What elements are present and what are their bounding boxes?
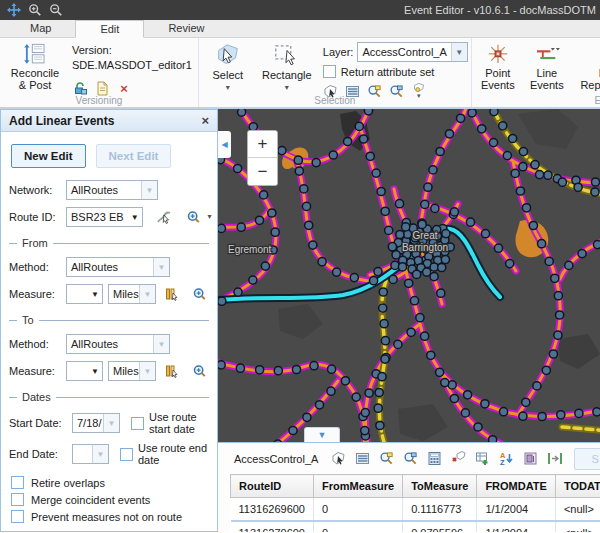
attribute-table-dock: AccessControl_A — [218, 442, 600, 532]
network-caret-icon: ▼ — [141, 181, 157, 199]
table-row[interactable]: 1131626960000.11167731/1/2004<null>N — [231, 498, 600, 522]
to-unit-caret-icon: ▼ — [139, 362, 155, 380]
to-zoom-icon[interactable] — [193, 363, 209, 379]
version-value: SDE.MASSDOT_editor1 — [72, 59, 192, 71]
merge-coincident-events-checkbox[interactable] — [11, 493, 24, 506]
new-edit-button[interactable]: New Edit — [11, 144, 86, 168]
prevent-measures-label: Prevent measures not on route — [31, 511, 182, 523]
to-method-value: AllRoutes — [67, 335, 153, 353]
rectangle-icon — [273, 43, 301, 67]
panel-title: Add Linear Events — [9, 114, 201, 128]
group-selection: Select ▾ Rectangle ▾ Layer: AccessContro… — [199, 38, 472, 107]
map-zoom-control: + − — [247, 130, 278, 186]
select-button[interactable]: Select ▾ — [205, 41, 251, 94]
event-replacement-button[interactable]: Event Replacement — [576, 41, 600, 94]
select-route-icon[interactable] — [156, 209, 172, 225]
use-route-start-date-checkbox[interactable] — [131, 417, 144, 430]
delete-version-icon[interactable]: × — [116, 80, 132, 96]
table-select-features-icon[interactable] — [331, 451, 346, 467]
layer-dropdown-caret-icon: ▼ — [451, 43, 467, 61]
point-events-label: Point Events — [480, 67, 516, 92]
panel-collapse-handle[interactable]: ◀ — [218, 131, 231, 158]
line-events-button[interactable]: Line Events — [526, 41, 568, 94]
network-label: Network: — [9, 184, 61, 196]
return-attribute-set-checkbox[interactable] — [323, 65, 336, 78]
col-routeid[interactable]: RouteID — [231, 475, 314, 498]
rectangle-label: Rectangle — [262, 69, 312, 82]
table-collapse-handle[interactable]: ▼ — [304, 427, 340, 442]
prevent-measures-checkbox[interactable] — [11, 510, 24, 523]
network-value: AllRoutes — [67, 181, 141, 199]
group-label-edit-events: Edit Events — [472, 95, 600, 106]
start-date-caret-icon: ▼ — [103, 414, 119, 432]
line-events-label: Line Events — [528, 67, 566, 92]
end-date-dropdown[interactable]: ▼ — [72, 444, 109, 464]
map-view[interactable]: Egremont Great Barrington + − ◀ ▼ — [218, 109, 600, 442]
map-label-great: Great — [412, 230, 437, 241]
col-todate[interactable]: TODATE — [555, 475, 600, 498]
to-pick-measure-icon[interactable] — [165, 363, 180, 379]
from-measure-dropdown[interactable]: ▼ — [66, 284, 103, 304]
from-unit-dropdown[interactable]: Miles ▼ — [108, 284, 156, 304]
new-version-icon[interactable] — [94, 80, 110, 96]
use-route-end-date-checkbox[interactable] — [120, 448, 133, 461]
col-frommeasure[interactable]: FromMeasure — [313, 475, 402, 498]
map-label-barrington: Barrington — [402, 242, 448, 253]
col-fromdate[interactable]: FROMDATE — [477, 475, 556, 498]
from-unit-caret-icon: ▼ — [139, 285, 155, 303]
tab-review[interactable]: Review — [144, 20, 228, 37]
network-dropdown[interactable]: AllRoutes ▼ — [66, 180, 158, 200]
map-zoom-out-button[interactable]: − — [248, 158, 277, 185]
from-measure-value — [67, 285, 88, 303]
point-events-button[interactable]: Point Events — [478, 41, 518, 94]
to-method-dropdown[interactable]: AllRoutes ▼ — [66, 334, 170, 354]
tab-edit[interactable]: Edit — [75, 20, 144, 38]
unlock-version-icon[interactable] — [72, 80, 88, 96]
table-toolbar: AccessControl_A — [218, 443, 600, 474]
select-icon — [214, 43, 242, 67]
reconcile-post-label: Reconcile & Post — [8, 67, 62, 92]
start-date-dropdown[interactable]: 7/18/ ▼ — [72, 413, 120, 433]
panel-close-icon[interactable]: × — [201, 113, 209, 128]
from-pick-measure-icon[interactable] — [165, 286, 180, 302]
to-measure-dropdown[interactable]: ▼ — [66, 361, 103, 381]
table-attributes-icon[interactable] — [523, 451, 538, 467]
map-label-egremont: Egremont — [228, 244, 272, 255]
table-add-row-icon[interactable] — [475, 451, 490, 467]
route-id-dropdown[interactable]: BSR23 EB ▼ — [66, 207, 143, 227]
map-zoom-in-button[interactable]: + — [248, 131, 277, 158]
zoom-in-icon[interactable] — [27, 2, 43, 18]
table-list-icon[interactable] — [355, 451, 370, 467]
reconcile-post-button[interactable]: Reconcile & Post — [6, 41, 64, 94]
table-save-button[interactable]: S — [574, 448, 600, 470]
col-tomeasure[interactable]: ToMeasure — [403, 475, 477, 498]
to-unit-dropdown[interactable]: Miles ▼ — [108, 361, 156, 381]
route-id-label: Route ID: — [9, 211, 61, 223]
table-sort-icon[interactable]: AZ — [499, 451, 514, 467]
retire-overlaps-checkbox[interactable] — [11, 476, 24, 489]
from-method-value: AllRoutes — [67, 258, 153, 276]
group-versioning: Reconcile & Post Version: SDE.MASSDOT_ed… — [0, 38, 199, 107]
event-table: RouteID FromMeasure ToMeasure FROMDATE T… — [230, 474, 600, 532]
table-delete-selected-icon[interactable] — [451, 451, 466, 467]
titlebar: Event Editor - v10.6.1 - docMassDOTM — [0, 0, 600, 20]
rectangle-button[interactable]: Rectangle ▾ — [259, 41, 315, 94]
table-row[interactable]: 1131627060000.07955961/1/2004<null>N — [231, 521, 600, 532]
from-measure-caret-icon: ▼ — [88, 285, 102, 303]
from-zoom-icon[interactable] — [193, 286, 209, 302]
table-calculate-icon[interactable] — [427, 451, 442, 467]
table-measure-range-icon[interactable] — [547, 451, 563, 467]
layer-dropdown[interactable]: AccessControl_A ▼ — [357, 42, 467, 62]
from-method-dropdown[interactable]: AllRoutes ▼ — [66, 257, 170, 277]
tab-map[interactable]: Map — [6, 20, 75, 37]
route-zoom-caret-icon[interactable]: ▾ — [208, 213, 212, 221]
next-edit-button[interactable]: Next Edit — [96, 144, 172, 168]
table-zoom-selected-icon[interactable] — [379, 451, 394, 467]
zoom-out-icon[interactable] — [48, 2, 64, 18]
table-zoom-all-icon[interactable] — [403, 451, 418, 467]
route-zoom-icon[interactable] — [187, 209, 203, 225]
ribbon: Reconcile & Post Version: SDE.MASSDOT_ed… — [0, 38, 600, 109]
ribbon-tabs: Map Edit Review — [0, 20, 600, 38]
start-date-label: Start Date: — [9, 417, 67, 429]
pan-icon[interactable] — [6, 2, 22, 18]
